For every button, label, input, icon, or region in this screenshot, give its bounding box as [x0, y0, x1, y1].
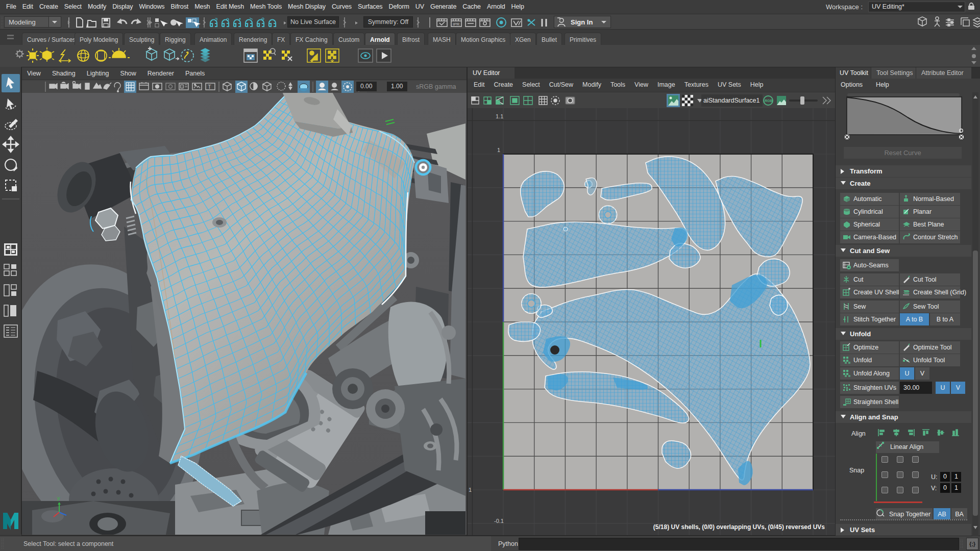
svg-text:-0.1: -0.1 [494, 518, 504, 524]
svg-text:RGB: RGB [765, 99, 773, 103]
svg-text:(5/18) UV shells, (0/0) overla: (5/18) UV shells, (0/0) overlapping UVs,… [653, 523, 825, 531]
svg-text:y: y [57, 495, 60, 501]
svg-text:IPR: IPR [453, 22, 460, 27]
svg-text:T: T [208, 84, 211, 90]
svg-text:1.1: 1.1 [496, 113, 503, 119]
svg-text:1: 1 [497, 147, 500, 153]
svg-text:1: 1 [469, 487, 472, 493]
